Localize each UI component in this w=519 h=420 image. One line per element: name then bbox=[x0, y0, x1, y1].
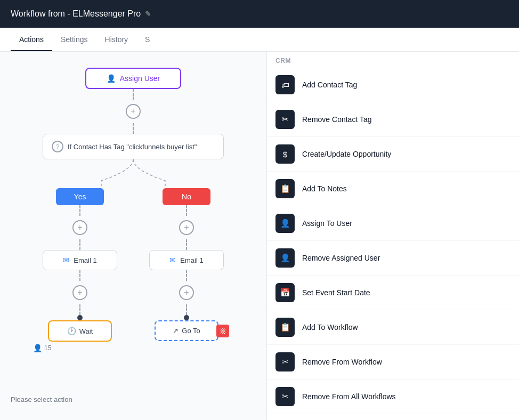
action-add-contact-tag[interactable]: 🏷 Add Contact Tag bbox=[267, 68, 519, 102]
action-icon-remove-contact-tag: ✂ bbox=[275, 110, 295, 129]
avatar-icon: 👤 bbox=[33, 344, 42, 352]
please-select-container: Please select action bbox=[11, 394, 72, 404]
action-icon-set-event-start-date: 📅 bbox=[275, 283, 295, 302]
plus-icon-after-email-no: + bbox=[184, 288, 189, 297]
action-label-add-to-workflow: Add To Workflow bbox=[302, 323, 358, 332]
action-label-add-to-notes: Add To Notes bbox=[302, 184, 347, 193]
avatar-badge: 👤 15 bbox=[33, 344, 51, 352]
action-remove-from-workflow[interactable]: ✂ Remove From Workflow bbox=[267, 345, 519, 379]
assign-user-icon: 👤 bbox=[107, 74, 116, 83]
action-remove-assigned-user[interactable]: 👤 Remove Assigned User bbox=[267, 241, 519, 276]
yes-branch-line bbox=[79, 205, 80, 216]
add-step-btn-1[interactable]: + bbox=[126, 104, 141, 119]
no-branch: No + ✉ Email 1 + bbox=[149, 188, 224, 342]
tab-actions[interactable]: Actions bbox=[11, 28, 52, 51]
tabs-bar: Actions Settings History S bbox=[0, 28, 519, 52]
action-create-update-opportunity[interactable]: $ Create/Update Opportunity bbox=[267, 137, 519, 172]
action-label-set-event-start-date: Set Event Start Date bbox=[302, 288, 370, 297]
action-icon-remove-assigned-user: 👤 bbox=[275, 248, 295, 268]
plus-icon-yes: + bbox=[77, 223, 82, 232]
goto-icon: ↗ bbox=[173, 327, 179, 335]
action-icon-remove-from-all-workflows: ✂ bbox=[275, 387, 295, 406]
branch-row: Yes + ✉ Email 1 + bbox=[43, 188, 224, 342]
email-node-no[interactable]: ✉ Email 1 bbox=[149, 250, 224, 270]
action-icon-remove-from-workflow: ✂ bbox=[275, 352, 295, 371]
action-icon-add-contact-tag: 🏷 bbox=[275, 75, 295, 94]
action-label-remove-assigned-user: Remove Assigned User bbox=[302, 254, 380, 262]
action-label-remove-contact-tag: Remove Contact Tag bbox=[302, 115, 371, 124]
email-icon-yes: ✉ bbox=[63, 256, 69, 264]
main-content: 👤 Assign User + ? If Contact Has Tag "cl… bbox=[0, 52, 519, 420]
action-label-create-update-opportunity: Create/Update Opportunity bbox=[302, 150, 391, 158]
goto-label: Go To bbox=[182, 327, 200, 335]
email-label-yes: Email 1 bbox=[74, 256, 96, 264]
no-email-line bbox=[186, 239, 187, 250]
condition-label: If Contact Has Tag "clickfunnels buyer l… bbox=[68, 143, 197, 151]
branch-section: Yes + ✉ Email 1 + bbox=[11, 159, 256, 342]
tab-s[interactable]: S bbox=[136, 28, 158, 51]
workflow-canvas: 👤 Assign User + ? If Contact Has Tag "cl… bbox=[0, 52, 266, 420]
goto-node[interactable]: ↗ Go To ⛓ bbox=[155, 320, 218, 341]
condition-icon: ? bbox=[52, 141, 63, 152]
action-icon-create-update-opportunity: $ bbox=[275, 144, 295, 164]
action-label-remove-from-all-workflows: Remove From All Workflows bbox=[302, 392, 396, 401]
no-goto-line bbox=[186, 304, 187, 315]
email-label-no: Email 1 bbox=[180, 256, 203, 264]
link-icon: ⛓ bbox=[216, 325, 229, 337]
add-no-btn[interactable]: + bbox=[179, 220, 194, 235]
action-label-add-contact-tag: Add Contact Tag bbox=[302, 80, 357, 89]
no-after-email-line bbox=[186, 270, 187, 281]
plus-icon-after-email-yes: + bbox=[77, 288, 82, 297]
no-button[interactable]: No bbox=[163, 188, 210, 205]
header: Workflow from - ELMessenger Pro ✎ bbox=[0, 0, 519, 28]
condition-node[interactable]: ? If Contact Has Tag "clickfunnels buyer… bbox=[43, 134, 224, 159]
add-after-email-no[interactable]: + bbox=[179, 285, 194, 300]
branch-curves bbox=[69, 159, 197, 186]
action-remove-opportunity[interactable]: ✂ Remove Opportunity bbox=[267, 414, 519, 420]
yes-after-email-line bbox=[79, 270, 80, 281]
action-add-to-workflow[interactable]: 📋 Add To Workflow bbox=[267, 310, 519, 345]
action-add-to-notes[interactable]: 📋 Add To Notes bbox=[267, 172, 519, 206]
wait-label: Wait bbox=[79, 327, 93, 335]
yes-wait-line bbox=[79, 304, 80, 315]
assign-user-label: Assign User bbox=[120, 74, 160, 83]
please-select-text: Please select action bbox=[11, 395, 72, 403]
action-set-event-start-date[interactable]: 📅 Set Event Start Date bbox=[267, 276, 519, 310]
wait-node[interactable]: 🕐 Wait 👤 15 bbox=[48, 320, 112, 342]
action-assign-to-user[interactable]: 👤 Assign To User bbox=[267, 206, 519, 241]
wait-dot bbox=[77, 315, 83, 320]
action-panel: CRM 🏷 Add Contact Tag ✂ Remove Contact T… bbox=[266, 52, 519, 420]
crm-section-label: CRM bbox=[267, 52, 519, 68]
plus-icon-1: + bbox=[131, 107, 135, 116]
yes-email-line bbox=[79, 239, 80, 250]
yes-branch: Yes + ✉ Email 1 + bbox=[43, 188, 117, 342]
action-label-remove-from-workflow: Remove From Workflow bbox=[302, 358, 382, 366]
avatar-count: 15 bbox=[44, 344, 51, 352]
connector-line-2 bbox=[133, 123, 134, 134]
no-branch-line bbox=[186, 205, 187, 216]
action-label-assign-to-user: Assign To User bbox=[302, 219, 352, 228]
email-node-yes[interactable]: ✉ Email 1 bbox=[43, 250, 117, 270]
goto-dot bbox=[184, 315, 189, 320]
add-after-email-yes[interactable]: + bbox=[72, 285, 87, 300]
action-icon-assign-to-user: 👤 bbox=[275, 214, 295, 233]
wait-icon: 🕐 bbox=[67, 327, 76, 335]
tab-history[interactable]: History bbox=[96, 28, 137, 51]
action-icon-add-to-workflow: 📋 bbox=[275, 318, 295, 337]
connector-line-1 bbox=[133, 89, 134, 100]
action-remove-from-all-workflows[interactable]: ✂ Remove From All Workflows bbox=[267, 379, 519, 414]
header-title: Workflow from - ELMessenger Pro bbox=[11, 9, 141, 19]
tab-settings[interactable]: Settings bbox=[52, 28, 96, 51]
yes-button[interactable]: Yes bbox=[56, 188, 104, 205]
add-yes-btn[interactable]: + bbox=[72, 220, 87, 235]
email-icon-no: ✉ bbox=[169, 256, 176, 264]
edit-icon[interactable]: ✎ bbox=[145, 10, 151, 18]
plus-icon-no: + bbox=[184, 223, 189, 232]
action-remove-contact-tag[interactable]: ✂ Remove Contact Tag bbox=[267, 102, 519, 137]
assign-user-node[interactable]: 👤 Assign User bbox=[85, 68, 181, 89]
action-icon-add-to-notes: 📋 bbox=[275, 179, 295, 198]
